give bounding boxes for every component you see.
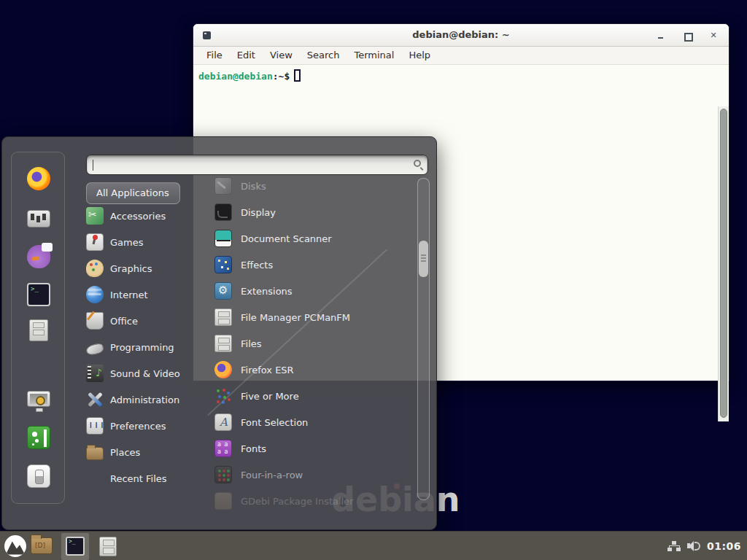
terminal-icon[interactable] [27,283,50,306]
category-programming[interactable]: Programming [86,334,196,360]
disks-icon [214,177,232,195]
office-icon [86,312,104,330]
firefox-icon[interactable] [27,167,50,190]
terminal-scrollbar-thumb[interactable] [720,109,727,418]
category-sound-video[interactable]: Sound & Video [86,360,196,386]
menu-view[interactable]: View [263,47,300,64]
category-recent-files[interactable]: Recent Files [86,465,196,491]
application-list: Disks Display Document Scanner Effects E… [196,173,414,514]
app-item-firefox-esr[interactable]: Firefox ESR [196,357,414,383]
category-office[interactable]: Office [86,308,196,334]
internet-icon [86,286,104,303]
taskbar: 01:06 [0,531,747,560]
app-item-document-scanner[interactable]: Document Scanner [196,225,414,252]
folder-launcher-icon[interactable] [31,537,53,554]
app-item-display[interactable]: Display [196,199,414,225]
file-cabinet-icon[interactable] [29,319,48,341]
app-item-extensions[interactable]: Extensions [196,278,414,304]
places-icon [86,447,104,460]
search-box[interactable] [86,155,428,175]
shutdown-icon[interactable] [27,464,50,488]
firefox-icon [214,361,232,378]
terminal-task-icon [66,537,85,556]
app-item-files[interactable]: Files [196,330,414,357]
minimize-icon[interactable] [656,31,666,41]
category-preferences[interactable]: Preferences [86,413,196,439]
search-icon [414,160,421,167]
programming-icon [85,343,104,357]
application-menu: All Applications Accessories Games Graph… [1,136,437,530]
prompt-user-host: debian@debian [198,71,273,82]
category-list: Accessories Games Graphics Internet Offi… [86,203,196,491]
taskbar-clock[interactable]: 01:06 [707,540,741,552]
accessories-icon [86,207,104,225]
menu-scrollbar[interactable] [417,178,430,500]
lock-screen-icon[interactable] [27,391,50,407]
four-in-a-row-icon [214,466,232,483]
category-internet[interactable]: Internet [86,281,196,308]
menu-terminal[interactable]: Terminal [347,47,401,64]
all-applications-button[interactable]: All Applications [86,182,180,204]
search-input[interactable] [93,158,406,172]
menu-search[interactable]: Search [300,47,347,64]
close-icon[interactable]: ✕ [708,31,719,41]
network-icon[interactable] [667,540,681,552]
fonts-icon [214,440,232,457]
pidgin-icon[interactable] [27,245,50,268]
app-item-four-in-a-row[interactable]: Four-in-a-row [196,462,414,488]
display-icon [214,203,232,221]
sound-video-icon [86,365,104,382]
menu-file[interactable]: File [199,47,230,64]
menu-help[interactable]: Help [401,47,438,64]
menu-scrollbar-thumb[interactable] [419,241,428,277]
terminal-task-button[interactable] [61,533,89,560]
menu-edit[interactable]: Edit [230,47,263,64]
category-places[interactable]: Places [86,439,196,465]
effects-icon [214,256,232,273]
category-accessories[interactable]: Accessories [86,203,196,229]
document-scanner-icon [214,230,232,247]
preferences-icon [86,417,104,435]
font-selection-icon [214,413,232,431]
app-item-fonts[interactable]: Fonts [196,435,414,462]
app-item-font-selection[interactable]: Font Selection [196,409,414,435]
terminal-scrollbar[interactable] [718,106,729,421]
logout-icon[interactable] [27,426,50,449]
maximize-icon[interactable] [682,31,692,41]
favorites-panel [11,152,65,504]
desktop: debian debian@debian: ~ ✕ File Edit View… [0,0,747,560]
window-title: debian@debian: ~ [193,29,729,40]
terminal-titlebar[interactable]: debian@debian: ~ ✕ [193,24,729,47]
file-cabinet-icon [214,308,232,326]
volume-icon[interactable] [687,540,700,552]
file-cabinet-launcher-icon[interactable] [99,537,117,556]
search-caret [93,160,93,171]
category-administration[interactable]: Administration [86,386,196,413]
menu-button[interactable] [4,535,26,557]
terminal-cursor [294,69,301,82]
games-icon [86,233,104,251]
file-cabinet-icon [214,335,232,352]
gdebi-icon [214,492,232,510]
extensions-icon [214,282,232,300]
graphics-icon [86,260,104,277]
settings-sliders-icon[interactable] [27,210,50,228]
lock-screen-icon-stand [36,408,43,412]
system-tray: 01:06 [667,532,741,560]
category-games[interactable]: Games [86,229,196,255]
terminal-menubar: File Edit View Search Terminal Help [193,47,729,65]
category-graphics[interactable]: Graphics [86,255,196,281]
administration-icon [86,391,104,408]
app-item-disks[interactable]: Disks [196,173,414,199]
prompt-suffix: :~$ [273,71,290,82]
app-item-gdebi[interactable]: GDebi Package Installer [196,488,414,514]
